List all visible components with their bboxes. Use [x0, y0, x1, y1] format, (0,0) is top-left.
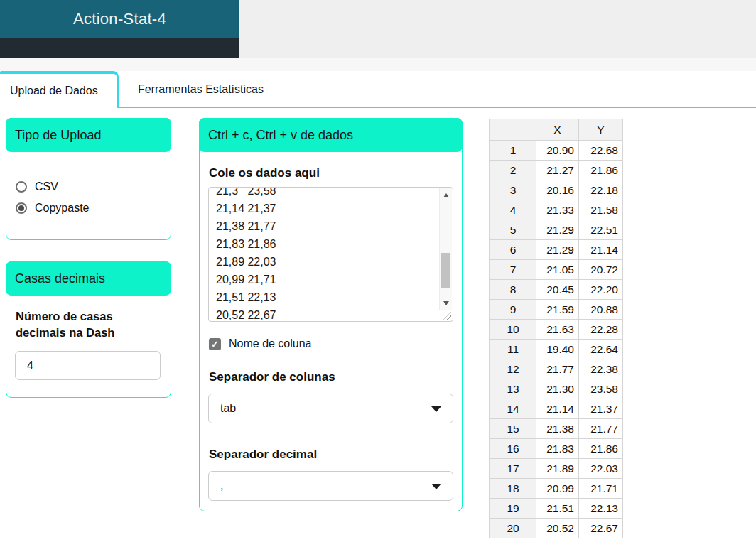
data-cell[interactable]: 20.88	[579, 300, 623, 320]
decimals-panel: Casas decimais Número de casas decimais …	[6, 261, 171, 398]
scroll-down-icon[interactable]	[440, 298, 452, 309]
paste-panel: Ctrl + c, Ctrl + v de dados Cole os dado…	[199, 118, 463, 511]
data-cell[interactable]: 22.38	[579, 359, 623, 379]
data-cell[interactable]: 21.27	[536, 161, 579, 180]
tab-ferramentas-estatisticas[interactable]: Ferramentas Estatísticas	[138, 71, 264, 108]
panel-title: Ctrl + c, Ctrl + v de dados	[208, 128, 353, 143]
row-index-cell: 17	[490, 459, 536, 479]
data-cell[interactable]: 22.03	[579, 459, 623, 479]
row-index-cell: 18	[490, 479, 536, 499]
data-cell[interactable]: 21.58	[579, 200, 623, 220]
data-cell[interactable]: 22.28	[579, 320, 623, 340]
data-cell[interactable]: 22.67	[579, 519, 623, 538]
row-index-cell: 8	[490, 280, 536, 300]
decimal-separator-label: Separador decimal	[209, 446, 462, 462]
data-cell[interactable]: 21.77	[579, 419, 623, 439]
radio-icon[interactable]	[16, 181, 27, 193]
data-cell[interactable]: 21.05	[536, 260, 579, 280]
scroll-up-icon[interactable]	[440, 190, 452, 201]
row-index-cell: 19	[490, 499, 536, 519]
column-separator-label: Separador de colunas	[209, 369, 462, 385]
row-index-cell: 12	[490, 359, 536, 379]
table-header-y: Y	[579, 119, 623, 141]
data-cell[interactable]: 21.89	[536, 459, 579, 479]
row-index-cell: 14	[490, 399, 536, 419]
data-cell[interactable]: 21.14	[579, 240, 623, 260]
table-row: 1119.4022.64	[490, 340, 623, 359]
data-cell[interactable]: 21.30	[536, 379, 579, 399]
data-cell[interactable]: 20.99	[536, 479, 579, 499]
column-name-checkbox-row[interactable]: ✓ Nome de coluna	[209, 337, 462, 350]
column-separator-select[interactable]: tab	[208, 394, 453, 423]
data-cell[interactable]: 22.20	[579, 280, 623, 300]
paste-data-content: 21,3 23,58 21,14 21,37 21,38 21,77 21,83…	[209, 187, 453, 322]
data-cell[interactable]: 20.16	[536, 180, 579, 200]
radio-option-csv[interactable]: CSV	[16, 180, 171, 193]
data-cell[interactable]: 21.33	[536, 200, 579, 220]
row-index-cell: 16	[490, 439, 536, 459]
row-index-cell: 1	[490, 141, 536, 161]
table-row: 1921.5122.13	[490, 499, 623, 519]
data-cell[interactable]: 23.58	[579, 379, 623, 399]
radio-option-copypaste[interactable]: Copypaste	[16, 202, 171, 215]
data-cell[interactable]: 20.72	[579, 260, 623, 280]
data-cell[interactable]: 21.86	[579, 161, 623, 180]
table-row: 1621.8321.86	[490, 439, 623, 459]
data-cell[interactable]: 21.77	[536, 359, 579, 379]
row-index-cell: 3	[490, 180, 536, 200]
data-cell[interactable]: 19.40	[536, 340, 579, 359]
checkbox-icon[interactable]: ✓	[209, 338, 221, 350]
chevron-down-icon	[431, 406, 441, 412]
header-gray-area	[239, 0, 756, 58]
upload-type-panel-header: Tipo de Upload	[6, 118, 171, 152]
data-cell[interactable]: 21.83	[536, 439, 579, 459]
radio-icon[interactable]	[16, 202, 27, 214]
data-cell[interactable]: 20.45	[536, 280, 579, 300]
table-row: 1820.9921.71	[490, 479, 623, 499]
tab-label: Ferramentas Estatísticas	[138, 83, 264, 96]
table-row: 721.0520.72	[490, 260, 623, 280]
data-cell[interactable]: 21.51	[536, 499, 579, 519]
chevron-down-icon	[431, 484, 441, 489]
data-cell[interactable]: 21.71	[579, 479, 623, 499]
paste-data-textarea[interactable]: 21,3 23,58 21,14 21,37 21,38 21,77 21,83…	[208, 187, 453, 322]
header-bottom-strip	[0, 58, 756, 71]
table-row: 2020.5222.67	[490, 519, 623, 538]
table-row: 1021.6322.28	[490, 320, 623, 340]
textarea-scrollbar[interactable]	[439, 188, 452, 310]
tab-bar: Upload de Dados Ferramentas Estatísticas	[0, 71, 756, 108]
data-cell[interactable]: 21.29	[536, 240, 579, 260]
data-cell[interactable]: 21.59	[536, 300, 579, 320]
row-index-cell: 15	[490, 419, 536, 439]
header-dark-bar	[0, 38, 239, 58]
data-table: X Y 120.9022.68221.2721.86320.1622.18421…	[489, 119, 623, 538]
scrollbar-thumb[interactable]	[441, 253, 450, 288]
data-cell[interactable]: 21.37	[579, 399, 623, 419]
data-cell[interactable]: 22.18	[579, 180, 623, 200]
checkbox-label: Nome de coluna	[229, 337, 312, 350]
radio-label: CSV	[35, 180, 58, 193]
row-index-cell: 11	[490, 340, 536, 359]
data-cell[interactable]: 21.14	[536, 399, 579, 419]
data-cell[interactable]: 20.90	[536, 141, 579, 161]
data-cell[interactable]: 22.13	[579, 499, 623, 519]
app-header-bar: Action-Stat-4	[0, 0, 239, 38]
tab-upload-de-dados[interactable]: Upload de Dados	[0, 71, 119, 108]
data-cell[interactable]: 21.38	[536, 419, 579, 439]
data-cell[interactable]: 21.63	[536, 320, 579, 340]
app-title: Action-Stat-4	[73, 10, 166, 28]
decimals-input[interactable]	[15, 351, 161, 380]
data-cell[interactable]: 20.52	[536, 519, 579, 538]
data-cell[interactable]: 21.29	[536, 220, 579, 240]
table-row: 1421.1421.37	[490, 399, 623, 419]
data-cell[interactable]: 22.68	[579, 141, 623, 161]
data-cell[interactable]: 22.64	[579, 340, 623, 359]
data-cell[interactable]: 22.51	[579, 220, 623, 240]
table-header-row: X Y	[490, 119, 623, 141]
decimals-input-label: Número de casas decimais na Dash	[16, 308, 161, 341]
table-header-x: X	[536, 119, 579, 141]
decimal-separator-select[interactable]: ,	[208, 471, 453, 501]
table-row: 1321.3023.58	[490, 379, 623, 399]
table-row: 621.2921.14	[490, 240, 623, 260]
data-cell[interactable]: 21.86	[579, 439, 623, 459]
